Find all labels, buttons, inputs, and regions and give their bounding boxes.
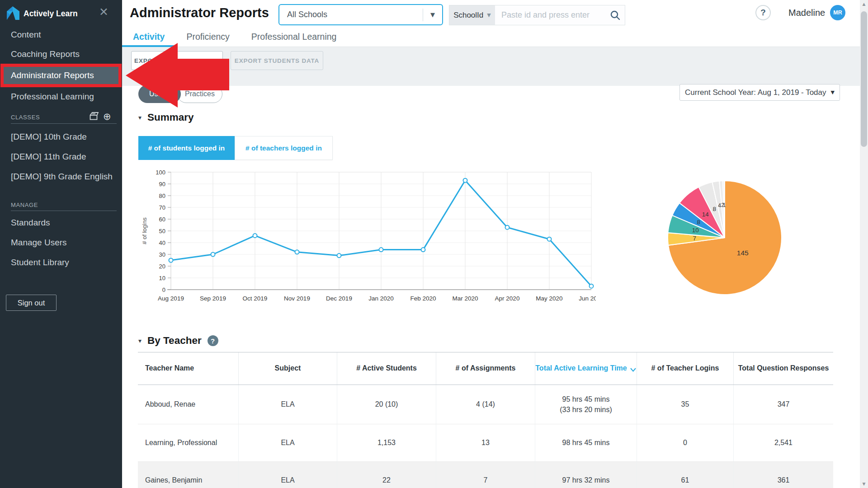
collapse-caret-icon[interactable]: ▾ [138,337,142,344]
scrollbar-thumb[interactable] [861,11,867,147]
search-icon [610,10,621,21]
sidebar-item-manage-users[interactable]: Manage Users [11,238,67,248]
column-header[interactable]: Subject [238,352,337,385]
id-type-dropdown[interactable]: SchoolId ▼ [449,5,495,25]
teacher-table-body: Abboud, RenaeELA20 (10)4 (14)95 hrs 45 m… [138,385,833,488]
collapse-caret-icon[interactable]: ▾ [138,114,142,121]
table-cell: Learning, Professional [138,424,238,461]
summary-heading: Summary [147,112,194,123]
column-header[interactable]: Teacher Name [138,352,238,385]
divider [11,211,117,211]
svg-text:Dec 2019: Dec 2019 [326,295,352,302]
tab-students-logged-in[interactable]: # of students logged in [138,136,235,160]
practices-toggle[interactable]: Practices [177,85,222,103]
column-header[interactable]: # Active Students [337,352,436,385]
user-name: Madeline [788,8,825,18]
export-teachers-data-button[interactable]: EXPORT TEACHERS DATA [131,51,223,70]
tab-proficiency[interactable]: Proficiency [175,27,240,47]
date-range-dropdown[interactable]: Current School Year: Aug 1, 2019 - Today… [679,84,840,101]
svg-text:Jan 2020: Jan 2020 [368,295,394,302]
sidebar-item-professional-learning[interactable]: Professional Learning [11,92,94,102]
table-cell: ELA [238,424,337,461]
table-cell: 347 [733,385,833,424]
usage-toggle[interactable]: Usage [138,85,181,103]
tab-activity[interactable]: Activity [122,27,175,47]
svg-text:20: 20 [159,263,165,270]
help-button[interactable]: ? [755,5,771,20]
sidebar-item-administrator-reports[interactable]: Administrator Reports [0,64,122,87]
sidebar-class-11th-grade[interactable]: [DEMO] 11th Grade [11,152,86,162]
sidebar-item-student-library[interactable]: Student Library [11,258,69,267]
column-header[interactable]: # of Assignments [436,352,535,385]
table-cell: 98 hrs 45 mins [535,424,637,461]
sign-out-button[interactable]: Sign out [6,295,57,311]
svg-text:60: 60 [159,216,165,223]
svg-text:Nov 2019: Nov 2019 [284,295,310,302]
svg-text:# of logins: # of logins [141,217,148,244]
svg-text:80: 80 [159,192,165,199]
by-teacher-heading: By Teacher [147,335,202,347]
svg-text:May 2020: May 2020 [536,295,562,302]
sidebar-class-9th-grade-english[interactable]: [DEMO] 9th Grade English [11,172,113,182]
school-filter-value: All Schools [279,10,423,19]
svg-text:Aug 2019: Aug 2019 [158,295,184,302]
column-header[interactable]: # of Teacher Logins [637,352,733,385]
table-cell: 0 [637,424,733,461]
svg-text:10: 10 [159,275,165,282]
table-cell: 95 hrs 45 mins (33 hrs 20 mins) [535,385,637,424]
column-header[interactable]: Total Active Learning Time [535,352,637,385]
svg-text:40: 40 [159,239,165,246]
svg-text:Feb 2020: Feb 2020 [410,295,436,302]
avatar[interactable]: MR [830,5,845,20]
help-icon[interactable]: ? [208,335,218,346]
svg-text:70: 70 [159,204,165,211]
search-button[interactable] [606,5,625,25]
brand-name: Actively Learn [24,9,78,19]
pie-label: 1 [723,202,726,208]
teacher-table-head: Teacher NameSubject# Active Students# of… [138,352,833,385]
table-row: Learning, ProfessionalELA1,1531398 hrs 4… [138,424,833,462]
sidebar-item-content[interactable]: Content [11,30,41,40]
tab-teachers-logged-in[interactable]: # of teachers logged in [235,136,333,160]
export-students-data-button[interactable]: EXPORT STUDENTS DATA [231,51,323,70]
add-class-icon[interactable]: ⊕ [103,112,111,122]
id-search-input[interactable] [495,5,606,25]
sidebar-item-coaching-reports[interactable]: Coaching Reports [11,49,80,59]
svg-text:30: 30 [159,251,165,258]
export-toolbar: EXPORT TEACHERS DATA EXPORT STUDENTS DAT… [122,47,868,86]
table-cell: 61 [637,462,733,488]
svg-text:Mar 2020: Mar 2020 [452,295,478,302]
by-teacher-section-header: ▾ By Teacher ? [138,335,218,347]
svg-text:100: 100 [156,169,165,176]
date-range-value: Current School Year: Aug 1, 2019 - Today [685,88,826,97]
table-cell: Gaines, Benjamin [138,462,238,488]
scrollbar[interactable]: ▲ ▼ [860,0,868,488]
manage-section-label: MANAGE [11,202,38,208]
close-icon[interactable]: ✕ [99,5,108,19]
svg-text:Sep 2019: Sep 2019 [200,295,226,302]
pie-label: 14 [702,211,709,218]
scroll-down-icon[interactable]: ▼ [860,480,868,488]
archive-box-icon[interactable] [89,111,99,122]
svg-text:Oct 2019: Oct 2019 [243,295,268,302]
scroll-up-icon[interactable]: ▲ [860,0,868,8]
pie-label: 10 [692,227,699,234]
table-cell: 1,153 [337,424,436,461]
pie-label: 8 [697,219,701,225]
svg-text:Jun 2020: Jun 2020 [579,295,596,302]
table-cell: 13 [436,424,535,461]
table-row: Gaines, BenjaminELA22797 hrs 32 mins6136… [138,462,833,488]
sidebar-class-10th-grade[interactable]: [DEMO] 10th Grade [11,132,87,142]
classes-section-label: CLASSES [11,114,40,121]
table-cell: Abboud, Renae [138,385,238,424]
chevron-down-icon: ▼ [423,11,442,18]
column-header[interactable]: Total Question Responses [733,352,833,385]
table-row: Abboud, RenaeELA20 (10)4 (14)95 hrs 45 m… [138,385,833,424]
school-filter-dropdown[interactable]: All Schools ▼ [278,4,443,25]
sidebar-item-standards[interactable]: Standards [11,218,50,228]
divider [11,123,117,124]
table-cell: 97 hrs 32 mins [535,462,637,488]
pie-label: 7 [693,235,696,242]
sidebar-item-label: Administrator Reports [4,70,94,80]
tab-professional-learning[interactable]: Professional Learning [241,27,348,47]
